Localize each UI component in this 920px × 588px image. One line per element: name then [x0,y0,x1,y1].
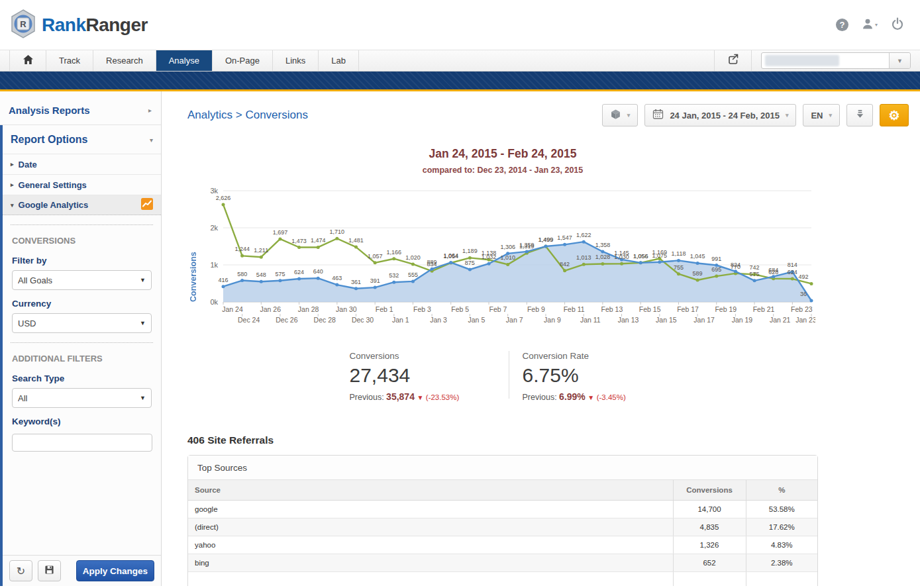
svg-text:Jan 21: Jan 21 [770,316,791,324]
language-button[interactable]: EN ▾ [803,104,840,126]
download-button[interactable] [846,104,873,126]
sidebar-item-general-settings[interactable]: ▸ General Settings [3,174,161,195]
nav-tab-on-page[interactable]: On-Page [213,50,273,71]
svg-text:1,710: 1,710 [330,228,345,235]
nav-tab-home[interactable] [9,50,46,71]
svg-text:1,057: 1,057 [368,253,383,260]
conversions-chart-canvas: 0k1k2k3kJan 24Dec 24Jan 26Dec 26Jan 28De… [199,184,815,326]
help-button[interactable]: ? [836,19,848,31]
search-type-select[interactable]: All [12,388,152,408]
svg-text:Feb 11: Feb 11 [564,305,585,313]
chevron-down-icon: ▾ [150,136,153,144]
svg-text:Feb 17: Feb 17 [677,305,699,313]
share-button[interactable] [714,50,751,71]
help-icon: ? [836,19,848,31]
svg-text:Jan 11: Jan 11 [580,316,601,324]
svg-text:Jan 7: Jan 7 [506,316,523,324]
cell-pct: 4.83% [746,536,817,554]
sidebar-item-analysis-reports[interactable]: Analysis Reports ▸ [0,91,161,125]
cell-pct: 53.58% [746,500,817,518]
chart-title: Jan 24, 2015 - Feb 24, 2015 [187,147,818,161]
keywords-label: Keyword(s) [3,408,161,431]
profile-menu-button[interactable]: ▾ [602,104,639,126]
svg-text:Jan 9: Jan 9 [544,316,561,324]
svg-text:684: 684 [768,267,778,273]
stat-label: Conversion Rate [523,351,656,361]
site-referrals-heading: 406 Site Referrals [187,434,818,446]
sidebar-item-date[interactable]: ▸ Date [3,154,161,174]
home-icon [23,55,33,66]
chevron-right-icon: ▸ [11,181,14,188]
nav-tab-track[interactable]: Track [46,50,93,71]
stat-label: Conversions [350,351,497,361]
cell-pct: 17.62% [746,518,817,536]
sidebar-item-google-analytics[interactable]: ▾ Google Analytics [3,195,161,215]
column-header-percent[interactable]: % [746,480,817,500]
chevron-down-icon: ▾ [11,202,14,209]
campaign-select[interactable]: ▼ [761,52,911,69]
svg-text:Feb 5: Feb 5 [451,305,469,313]
cube-icon [610,109,621,122]
date-range-button[interactable]: 24 Jan, 2015 - 24 Feb, 2015 ▾ [644,104,796,126]
column-header-conversions[interactable]: Conversions [673,480,746,500]
svg-text:1,481: 1,481 [348,237,364,244]
nav-tab-research[interactable]: Research [93,50,156,71]
logout-button[interactable] [891,17,904,33]
svg-text:Feb 21: Feb 21 [753,305,775,313]
logo-text: RankRanger [42,15,148,36]
filter-by-select[interactable]: All Goals [12,270,152,290]
settings-button[interactable]: ⚙ [880,104,909,126]
app-header: R RankRanger ? ▾ [0,0,920,50]
save-button[interactable] [38,560,61,581]
currency-select[interactable]: USD [12,313,152,333]
svg-text:Jan 1: Jan 1 [392,316,409,324]
nav-tab-lab[interactable]: Lab [319,50,359,71]
campaign-select-arrow[interactable]: ▼ [889,53,910,68]
svg-text:Jan 5: Jan 5 [468,316,486,324]
logo[interactable]: R RankRanger [9,9,148,42]
svg-text:Dec 26: Dec 26 [276,316,297,324]
column-header-source[interactable]: Source [188,480,673,500]
svg-text:Jan 24: Jan 24 [222,305,243,313]
previous-value: 35,874 [386,391,415,402]
reset-button[interactable]: ↻ [9,560,32,581]
nav-tab-links[interactable]: Links [273,50,319,71]
user-menu-button[interactable]: ▾ [862,18,878,32]
nav-tab-analyse[interactable]: Analyse [156,50,213,71]
apply-changes-button[interactable]: Apply Changes [76,560,154,581]
svg-text:1,118: 1,118 [672,250,686,257]
previous-label: Previous: [523,393,557,402]
svg-text:2,626: 2,626 [216,195,231,201]
svg-text:824: 824 [731,262,741,268]
svg-text:Feb 23: Feb 23 [791,305,813,313]
user-icon [862,18,874,32]
breadcrumb: Analytics > Conversions [187,109,308,122]
svg-text:416: 416 [218,277,228,283]
report-options-header[interactable]: Report Options ▾ [3,125,161,154]
logo-badge-icon: R [9,9,37,42]
cell-source: bing [188,554,673,571]
svg-text:532: 532 [389,272,399,279]
down-triangle-icon: ▼ [417,394,423,401]
additional-filters-heading: ADDITIONAL FILTERS [3,343,161,365]
svg-text:842: 842 [560,261,570,268]
referral-row-direct: (direct)4,83517.62% [188,518,817,536]
download-icon [855,109,865,121]
svg-text:1,189: 1,189 [462,248,478,254]
top-sources-header: Top Sources [188,456,817,480]
cell-source: yahoo [188,536,673,554]
conversions-chart: Conversions 0k1k2k3kJan 24Dec 24Jan 26De… [187,184,818,330]
keywords-input[interactable] [12,434,152,452]
referral-row-yahoo: yahoo1,3264.83% [188,536,817,554]
svg-text:1,028: 1,028 [595,254,611,260]
svg-text:361: 361 [351,279,361,285]
svg-text:R: R [20,19,26,29]
svg-text:Feb 13: Feb 13 [601,305,623,313]
svg-text:1,064: 1,064 [443,252,458,259]
svg-text:Feb 15: Feb 15 [639,305,661,313]
top-sources-panel: Top Sources Source Conversions % google1… [187,455,818,586]
svg-text:624: 624 [788,269,797,275]
svg-text:889: 889 [427,259,437,266]
sidebar-item-label: Google Analytics [19,200,89,210]
svg-text:Jan 17: Jan 17 [693,316,715,324]
